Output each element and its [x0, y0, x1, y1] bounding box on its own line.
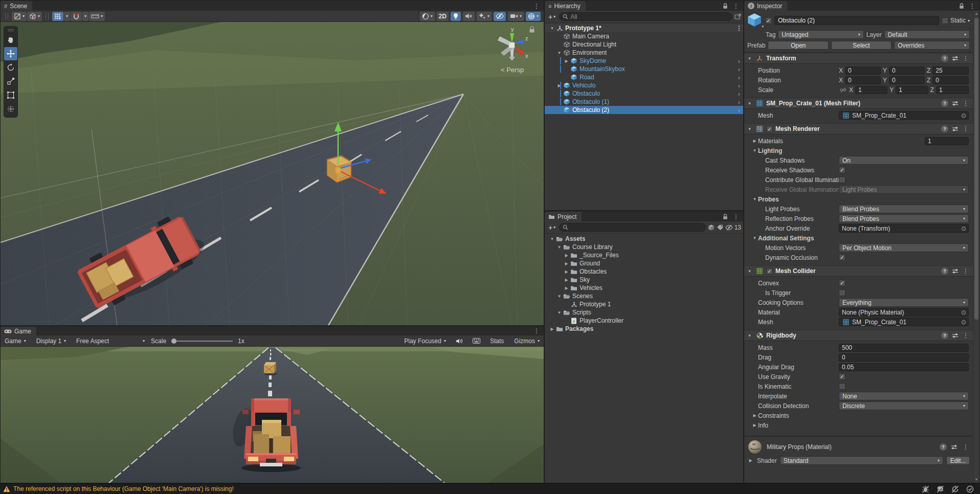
shading-mode-button[interactable]: ▾: [420, 12, 435, 21]
project-item-scripts[interactable]: ▼Scripts: [545, 308, 743, 317]
hierarchy-item-vehiculo[interactable]: ▶Vehiculo›: [545, 81, 743, 89]
vector-z-input[interactable]: 25: [932, 66, 969, 75]
component-header-transform[interactable]: ▼Transform?⋮: [744, 53, 973, 64]
search-by-label-icon[interactable]: [717, 224, 723, 231]
component-enabled-checkbox[interactable]: ✓: [766, 126, 773, 132]
gizmos-dropdown[interactable]: Gizmos▾: [510, 335, 540, 347]
expander-closed-icon[interactable]: ▶: [563, 261, 570, 266]
foldout-open-icon[interactable]: ▼: [746, 101, 753, 106]
material-preview-foldout-icon[interactable]: ▶: [747, 458, 754, 463]
checkbox-convex[interactable]: ✓: [839, 280, 845, 286]
kebab-menu-icon[interactable]: ⋮: [962, 126, 970, 132]
view-hand-tool[interactable]: [4, 33, 17, 47]
hierarchy-item-skydome[interactable]: ▶SkyDome›: [545, 57, 743, 65]
expander-closed-icon[interactable]: ▶: [549, 327, 555, 331]
scroll-down-icon[interactable]: ▼: [973, 477, 979, 483]
object-field-anchor-override[interactable]: None (Transform)⊙: [839, 224, 969, 233]
tool-handle-rotation-button[interactable]: ▾: [27, 12, 42, 21]
expander-open-icon[interactable]: ▼: [549, 237, 555, 241]
expander-closed-icon[interactable]: ▶: [563, 270, 570, 274]
presets-icon[interactable]: [951, 126, 959, 132]
project-item-scenes[interactable]: ▼Scenes: [545, 292, 743, 300]
active-checkbox[interactable]: ✓: [765, 17, 772, 24]
play-focused-dropdown[interactable]: Play Focused▾: [400, 335, 450, 347]
create-asset-button[interactable]: +▾: [547, 223, 557, 232]
help-icon[interactable]: ?: [941, 55, 948, 62]
vector-y-input[interactable]: 0: [889, 76, 925, 84]
scene-menu-kebab-icon[interactable]: ⋮: [532, 3, 541, 9]
component-header-mesh-collider[interactable]: ▼✓Mesh Collider?⋮: [744, 265, 973, 277]
tool-handle-position-button[interactable]: ▾: [12, 12, 27, 21]
kebab-menu-icon[interactable]: ⋮: [962, 332, 970, 339]
checkbox-is-trigger[interactable]: [839, 289, 845, 296]
kebab-menu-icon[interactable]: ⋮: [735, 25, 743, 31]
expander-closed-icon[interactable]: ▶: [556, 83, 563, 88]
foldout-closed-icon[interactable]: ▶: [751, 423, 758, 428]
scene-picker-window-icon[interactable]: [734, 14, 741, 20]
tab-scene[interactable]: # Scene: [1, 1, 32, 11]
checkbox-dynamic-occlusion[interactable]: ✓: [839, 254, 845, 261]
hidden-packages-toggle[interactable]: 13: [725, 224, 741, 231]
scale-slider-knob[interactable]: [171, 339, 176, 344]
grid-snapping-button[interactable]: Y: [52, 12, 63, 21]
dropdown-cooking-options[interactable]: Everything▾: [839, 298, 969, 307]
project-item-assets[interactable]: ▼Assets: [545, 235, 743, 243]
expander-closed-icon[interactable]: ▶: [563, 286, 570, 290]
project-item-source-files[interactable]: ▶_Source_Files: [545, 251, 743, 259]
hierarchy-item-prototype-1[interactable]: ▼Prototype 1*⋮: [545, 24, 743, 32]
hierarchy-item-obstaculo[interactable]: Obstaculo›: [545, 89, 743, 98]
scale-slider[interactable]: [171, 341, 233, 342]
hierarchy-item-obstaculo-2[interactable]: Obstaculo (2)›: [545, 106, 743, 114]
project-item-prototype-1[interactable]: Prototype 1: [545, 300, 743, 308]
help-icon[interactable]: ?: [940, 443, 947, 451]
project-item-vehicles[interactable]: ▶Vehicles: [545, 284, 743, 292]
vector-z-input[interactable]: 0: [932, 76, 969, 84]
tab-game[interactable]: Game: [1, 327, 36, 335]
project-item-course-library[interactable]: ▼Course Library: [545, 243, 743, 251]
shader-dropdown[interactable]: Standard▾: [780, 456, 943, 465]
tab-project[interactable]: Project: [545, 212, 582, 221]
vector-y-input[interactable]: 1: [896, 86, 928, 94]
expander-open-icon[interactable]: ▼: [556, 294, 563, 299]
prefab-open-arrow[interactable]: ›: [735, 98, 743, 106]
transform-tool[interactable]: [4, 102, 17, 116]
object-picker-icon[interactable]: ⊙: [960, 225, 967, 232]
project-item-packages[interactable]: ▶Packages: [545, 325, 743, 333]
layer-dropdown[interactable]: Default▾: [884, 30, 970, 39]
gameobject-cube-icon[interactable]: ▾: [747, 13, 763, 28]
2d-toggle-button[interactable]: 2D: [437, 12, 449, 21]
inspector-scrollbar[interactable]: ▲ ▼: [973, 11, 979, 483]
scene-lighting-toggle[interactable]: [451, 12, 461, 21]
object-picker-icon[interactable]: ⊙: [960, 112, 967, 119]
lock-icon[interactable]: [723, 214, 728, 220]
object-field-mesh[interactable]: SM_Prop_Crate_01⊙: [839, 111, 969, 120]
static-dropdown-icon[interactable]: ▾: [968, 18, 970, 23]
prefab-overrides-dropdown[interactable]: Overrides▾: [894, 41, 970, 50]
kebab-menu-icon[interactable]: ⋮: [962, 444, 970, 450]
display-dropdown[interactable]: Display 1▾: [32, 335, 70, 347]
scale-tool[interactable]: [4, 75, 17, 88]
expander-closed-icon[interactable]: ▶: [563, 278, 570, 282]
expander-open-icon[interactable]: ▼: [549, 26, 555, 31]
vector-x-input[interactable]: 0: [845, 66, 881, 75]
tag-dropdown[interactable]: Untagged▾: [778, 30, 863, 39]
input-mass[interactable]: 500: [839, 344, 969, 352]
hierarchy-item-obstaculo-1[interactable]: Obstaculo (1)›: [545, 98, 743, 106]
collab-status-icon[interactable]: [966, 485, 974, 493]
expander-open-icon[interactable]: ▼: [556, 51, 563, 55]
expander-open-icon[interactable]: ▼: [556, 245, 563, 250]
tab-inspector[interactable]: i Inspector: [744, 1, 787, 11]
display-target-dropdown[interactable]: Game▾: [5, 335, 30, 347]
foldout-open-icon[interactable]: ▼: [751, 197, 758, 201]
object-field-material[interactable]: None (Physic Material)⊙: [839, 308, 969, 317]
dropdown-receive-global-illumination[interactable]: Light Probes▾: [839, 185, 969, 194]
vsync-grid-button[interactable]: [469, 338, 484, 344]
help-icon[interactable]: ?: [941, 267, 948, 275]
hierarchy-item-main-camera[interactable]: Main Camera: [545, 32, 743, 40]
foldout-open-icon[interactable]: ▼: [751, 236, 758, 240]
snap-button[interactable]: [71, 12, 82, 21]
prefab-open-arrow[interactable]: ›: [735, 74, 743, 81]
static-checkbox[interactable]: [942, 17, 948, 24]
hierarchy-menu-kebab-icon[interactable]: ⋮: [732, 3, 740, 9]
object-field-mesh[interactable]: SM_Prop_Crate_01⊙: [839, 318, 969, 326]
